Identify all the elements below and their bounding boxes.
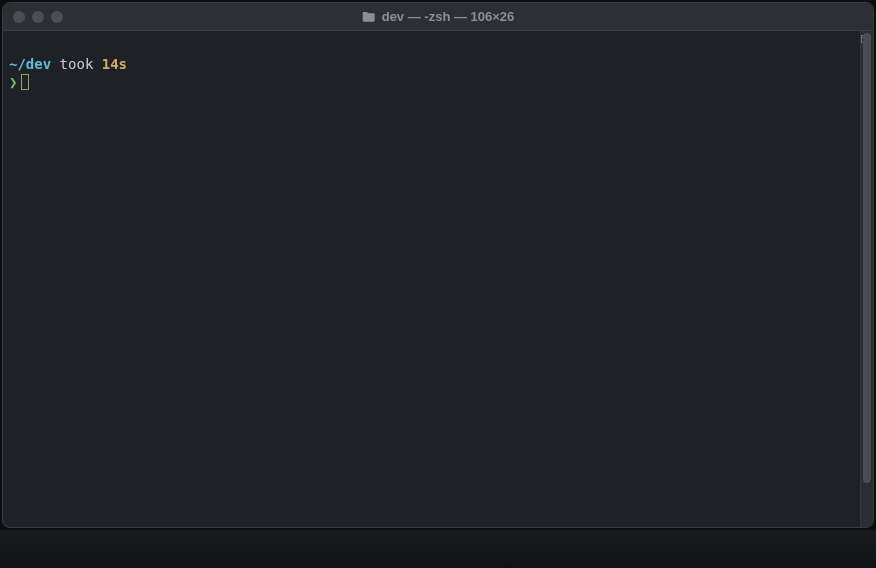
terminal-window: dev — -zsh — 106×26 ~/dev took 14s ❯ bbox=[2, 2, 874, 528]
terminal-body[interactable]: ~/dev took 14s ❯ bbox=[3, 31, 873, 527]
scrollbar-thumb[interactable] bbox=[863, 33, 871, 483]
window-title-text: dev — -zsh — 106×26 bbox=[382, 9, 515, 24]
desktop-shelf bbox=[0, 530, 876, 568]
prompt-symbol: ❯ bbox=[9, 74, 17, 90]
prompt-took-label: took bbox=[60, 56, 94, 72]
prompt-path-prefix: ~/ bbox=[9, 56, 26, 72]
window-controls bbox=[3, 11, 63, 23]
prompt-directory: dev bbox=[26, 56, 51, 72]
window-title: dev — -zsh — 106×26 bbox=[362, 9, 515, 24]
zoom-button[interactable] bbox=[51, 11, 63, 23]
close-button[interactable] bbox=[13, 11, 25, 23]
scrollbar-track[interactable] bbox=[860, 31, 873, 527]
prompt-duration: 14s bbox=[102, 56, 127, 72]
minimize-button[interactable] bbox=[32, 11, 44, 23]
folder-icon bbox=[362, 11, 376, 23]
title-bar[interactable]: dev — -zsh — 106×26 bbox=[3, 3, 873, 31]
cursor bbox=[21, 74, 29, 90]
